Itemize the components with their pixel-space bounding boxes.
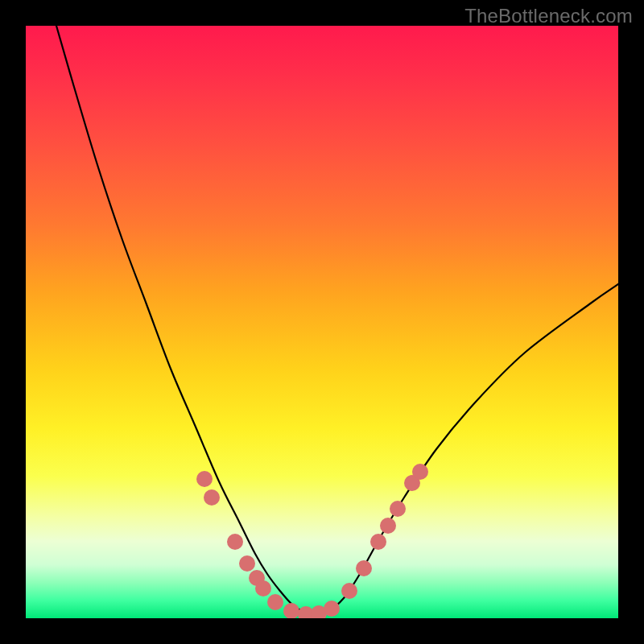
curve-layer (26, 26, 618, 618)
plot-area (26, 26, 618, 618)
data-marker (341, 583, 357, 599)
data-marker (283, 603, 299, 618)
data-marker (380, 518, 396, 534)
data-marker (390, 501, 406, 517)
chart-frame: TheBottleneck.com (0, 0, 644, 644)
data-marker (239, 555, 255, 572)
data-marker (324, 601, 340, 617)
data-marker (412, 464, 428, 480)
marker-group (196, 464, 428, 618)
data-marker (356, 560, 372, 576)
data-marker (227, 534, 243, 550)
data-marker (196, 471, 213, 487)
data-marker (267, 594, 283, 610)
bottleneck-curve (56, 26, 618, 615)
data-marker (255, 580, 271, 597)
data-marker (204, 489, 220, 506)
watermark-text: TheBottleneck.com (464, 5, 633, 27)
data-marker (370, 534, 386, 550)
